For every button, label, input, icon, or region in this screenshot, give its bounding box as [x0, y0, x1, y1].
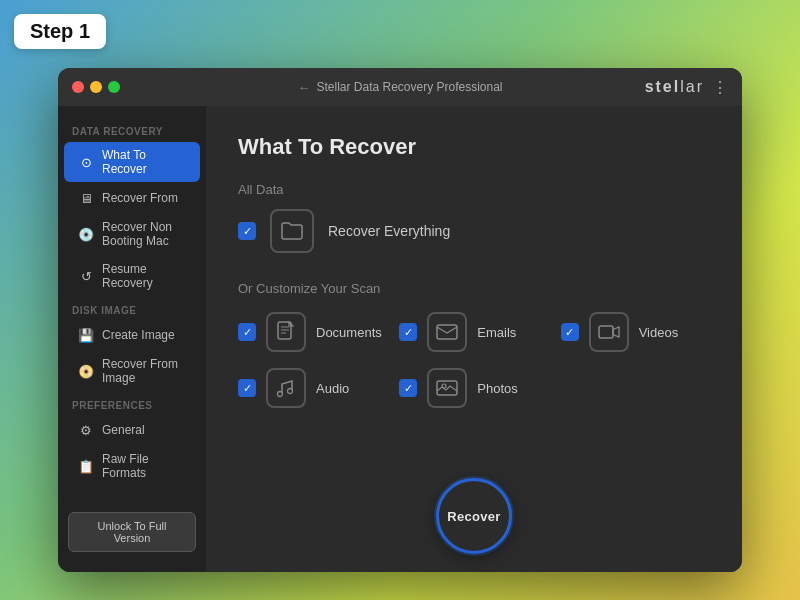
window-title: ← Stellar Data Recovery Professional — [297, 80, 502, 95]
sidebar-item-label: Recover From — [102, 191, 178, 205]
sidebar-item-label: Raw File Formats — [102, 452, 186, 480]
more-button[interactable]: ⋮ — [712, 78, 728, 97]
sidebar-item-label: General — [102, 423, 145, 437]
videos-label: Videos — [639, 325, 679, 340]
emails-icon — [427, 312, 467, 352]
sidebar-item-resume-recovery[interactable]: ↺ Resume Recovery — [64, 256, 200, 296]
audio-icon — [266, 368, 306, 408]
scan-grid: ✓ Documents ✓ — [238, 312, 710, 408]
check-icon: ✓ — [565, 326, 574, 339]
app-body: Data Recovery ⊙ What To Recover 🖥 Recove… — [58, 106, 742, 572]
recover-from-image-icon: 📀 — [78, 363, 94, 379]
svg-point-3 — [278, 392, 283, 397]
photos-label: Photos — [477, 381, 517, 396]
sidebar-item-create-image[interactable]: 💾 Create Image — [64, 321, 200, 349]
emails-label: Emails — [477, 325, 516, 340]
page-title: What To Recover — [238, 134, 710, 160]
emails-checkbox[interactable]: ✓ — [399, 323, 417, 341]
sidebar-item-what-to-recover[interactable]: ⊙ What To Recover — [64, 142, 200, 182]
sidebar-item-label: Recover From Image — [102, 357, 186, 385]
photos-checkbox[interactable]: ✓ — [399, 379, 417, 397]
sidebar: Data Recovery ⊙ What To Recover 🖥 Recove… — [58, 106, 206, 572]
documents-label: Documents — [316, 325, 382, 340]
brand-area: stellar ⋮ — [645, 78, 728, 97]
recover-button[interactable]: Recover — [436, 478, 512, 554]
sidebar-item-label: Recover Non Booting Mac — [102, 220, 186, 248]
check-icon: ✓ — [243, 225, 252, 238]
recover-from-icon: 🖥 — [78, 190, 94, 206]
all-data-label: All Data — [238, 182, 710, 197]
main-content: What To Recover All Data ✓ Recover Every… — [206, 106, 742, 572]
sidebar-item-label: Resume Recovery — [102, 262, 186, 290]
sidebar-item-recover-from[interactable]: 🖥 Recover From — [64, 184, 200, 212]
brand-name: stellar — [645, 78, 704, 96]
photos-icon — [427, 368, 467, 408]
what-to-recover-icon: ⊙ — [78, 154, 94, 170]
minimize-button[interactable] — [90, 81, 102, 93]
unlock-button[interactable]: Unlock To Full Version — [68, 512, 196, 552]
window-title-text: Stellar Data Recovery Professional — [316, 80, 502, 94]
folder-icon — [270, 209, 314, 253]
close-button[interactable] — [72, 81, 84, 93]
recover-non-booting-icon: 💿 — [78, 226, 94, 242]
check-icon: ✓ — [404, 382, 413, 395]
svg-rect-1 — [437, 325, 457, 339]
recover-everything-label: Recover Everything — [328, 223, 450, 239]
sidebar-section-data-recovery: Data Recovery — [58, 118, 206, 141]
scan-item-videos: ✓ Videos — [561, 312, 710, 352]
resume-recovery-icon: ↺ — [78, 268, 94, 284]
maximize-button[interactable] — [108, 81, 120, 93]
videos-icon — [589, 312, 629, 352]
documents-icon — [266, 312, 306, 352]
title-bar: ← Stellar Data Recovery Professional ste… — [58, 68, 742, 106]
scan-item-emails: ✓ Emails — [399, 312, 548, 352]
raw-file-formats-icon: 📋 — [78, 458, 94, 474]
traffic-lights — [72, 81, 120, 93]
recover-everything-row: ✓ Recover Everything — [238, 209, 710, 253]
sidebar-item-recover-non-booting[interactable]: 💿 Recover Non Booting Mac — [64, 214, 200, 254]
recover-everything-checkbox[interactable]: ✓ — [238, 222, 256, 240]
svg-rect-2 — [599, 326, 613, 338]
general-icon: ⚙ — [78, 422, 94, 438]
check-icon: ✓ — [404, 326, 413, 339]
audio-label: Audio — [316, 381, 349, 396]
sidebar-item-label: What To Recover — [102, 148, 186, 176]
scan-item-photos: ✓ Photos — [399, 368, 548, 408]
sidebar-item-recover-from-image[interactable]: 📀 Recover From Image — [64, 351, 200, 391]
sidebar-item-raw-file-formats[interactable]: 📋 Raw File Formats — [64, 446, 200, 486]
step-badge: Step 1 — [14, 14, 106, 49]
sidebar-item-label: Create Image — [102, 328, 175, 342]
customize-label: Or Customize Your Scan — [238, 281, 710, 296]
create-image-icon: 💾 — [78, 327, 94, 343]
svg-point-4 — [288, 389, 293, 394]
videos-checkbox[interactable]: ✓ — [561, 323, 579, 341]
scan-item-documents: ✓ Documents — [238, 312, 387, 352]
app-window: ← Stellar Data Recovery Professional ste… — [58, 68, 742, 572]
back-icon[interactable]: ← — [297, 80, 310, 95]
recover-button-area: Recover — [436, 478, 512, 554]
check-icon: ✓ — [243, 382, 252, 395]
sidebar-item-general[interactable]: ⚙ General — [64, 416, 200, 444]
audio-checkbox[interactable]: ✓ — [238, 379, 256, 397]
sidebar-section-disk-image: Disk Image — [58, 297, 206, 320]
documents-checkbox[interactable]: ✓ — [238, 323, 256, 341]
check-icon: ✓ — [243, 326, 252, 339]
sidebar-section-preferences: Preferences — [58, 392, 206, 415]
scan-item-audio: ✓ Audio — [238, 368, 387, 408]
